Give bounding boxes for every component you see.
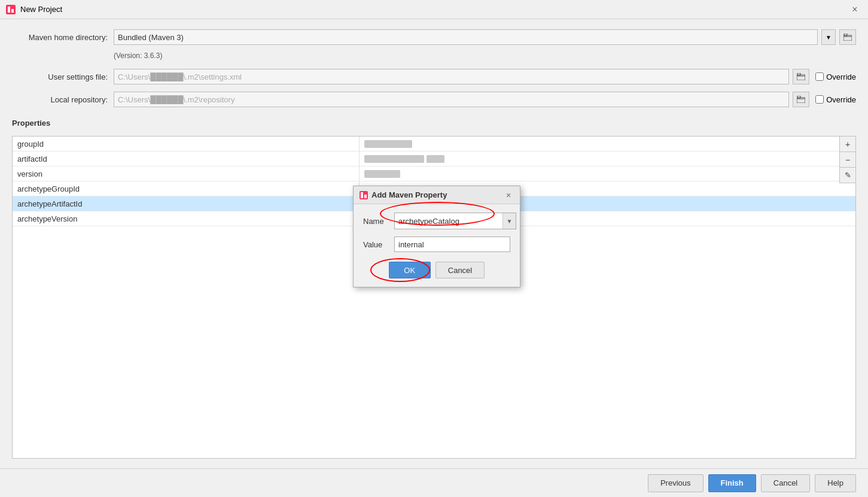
svg-rect-4 <box>844 34 847 36</box>
svg-rect-0 <box>6 5 16 14</box>
user-settings-input[interactable] <box>114 69 789 84</box>
title-bar-left: New Project <box>6 5 62 14</box>
properties-section-title: Properties <box>12 119 856 128</box>
modal-name-input-wrapper: ▼ <box>394 213 516 229</box>
local-repo-browse-btn[interactable] <box>793 92 809 107</box>
user-settings-browse-btn[interactable] <box>793 69 809 84</box>
app-icon <box>6 5 16 14</box>
table-row[interactable]: groupId <box>13 137 855 151</box>
modal-title-left: Add Maven Property <box>360 190 447 199</box>
window-title: New Project <box>20 5 62 14</box>
user-settings-override-checkbox[interactable] <box>815 72 824 81</box>
modal-cancel-button[interactable]: Cancel <box>435 262 485 278</box>
modal-title-bar: Add Maven Property × <box>354 186 520 204</box>
local-repo-override-label: Override <box>826 95 856 104</box>
svg-rect-11 <box>364 195 367 198</box>
local-repo-override-checkbox[interactable] <box>815 95 824 104</box>
modal-body: Name ▼ Value OK Cancel <box>354 204 520 287</box>
svg-rect-6 <box>797 73 800 75</box>
modal-value-label: Value <box>363 240 389 249</box>
local-repo-override-wrapper: Override <box>815 95 856 104</box>
window-close-button[interactable]: × <box>848 2 862 17</box>
table-cell-key: archetypeArtifactId <box>13 196 360 211</box>
help-button[interactable]: Help <box>815 474 856 492</box>
maven-home-dropdown-btn[interactable]: ▼ <box>821 29 836 45</box>
add-maven-property-modal: Add Maven Property × Name ▼ Value OK <box>353 186 520 287</box>
bottom-bar: Previous Finish Cancel Help <box>0 468 868 497</box>
title-bar: New Project × <box>0 0 868 19</box>
table-row[interactable]: artifactId <box>13 151 855 166</box>
table-cell-key: artifactId <box>13 151 360 166</box>
table-add-button[interactable]: + <box>840 137 855 152</box>
table-cell-value <box>360 151 855 166</box>
maven-home-input[interactable] <box>114 29 818 45</box>
user-settings-override-label: Override <box>826 72 856 81</box>
modal-name-label: Name <box>363 217 389 226</box>
local-repo-input-wrapper <box>114 92 809 107</box>
modal-name-dropdown-btn[interactable]: ▼ <box>502 213 516 229</box>
table-cell-value <box>360 137 855 151</box>
table-body: groupId artifactId version <box>13 137 855 458</box>
table-remove-button[interactable]: − <box>840 152 855 168</box>
user-settings-label: User settings file: <box>12 72 108 81</box>
table-cell-value <box>360 166 855 181</box>
properties-table: groupId artifactId version <box>12 136 856 459</box>
modal-buttons: OK Cancel <box>363 262 510 278</box>
modal-name-row: Name ▼ <box>363 213 510 229</box>
modal-name-input[interactable] <box>395 213 502 229</box>
maven-home-browse-btn[interactable] <box>839 29 856 45</box>
local-repo-input[interactable] <box>114 92 789 107</box>
svg-rect-2 <box>11 9 14 13</box>
cancel-button[interactable]: Cancel <box>761 474 810 492</box>
previous-button[interactable]: Previous <box>648 474 703 492</box>
local-repo-label: Local repository: <box>12 95 108 104</box>
modal-close-button[interactable]: × <box>503 190 514 201</box>
table-cell-key: archetypeVersion <box>13 211 360 226</box>
modal-title-text: Add Maven Property <box>371 190 447 199</box>
local-repo-row: Local repository: Override <box>12 91 856 108</box>
table-cell-key: version <box>13 166 360 181</box>
maven-version-text: (Version: 3.6.3) <box>114 51 856 60</box>
svg-rect-1 <box>8 7 10 13</box>
finish-button[interactable]: Finish <box>708 474 756 492</box>
table-cell-key: archetypeGroupId <box>13 181 360 196</box>
maven-home-input-wrapper: ▼ <box>114 29 856 45</box>
table-edit-button[interactable]: ✎ <box>840 168 855 183</box>
svg-rect-10 <box>361 192 363 198</box>
modal-app-icon <box>360 191 368 199</box>
table-sidebar-buttons: + − ✎ <box>839 137 855 183</box>
modal-value-input[interactable] <box>394 237 510 252</box>
maven-home-row: Maven home directory: ▼ <box>12 29 856 46</box>
maven-home-label: Maven home directory: <box>12 33 108 42</box>
user-settings-row: User settings file: Override <box>12 68 856 85</box>
table-cell-key: groupId <box>13 137 360 151</box>
user-settings-override-wrapper: Override <box>815 72 856 81</box>
modal-ok-button[interactable]: OK <box>389 262 431 278</box>
user-settings-input-wrapper <box>114 69 809 84</box>
table-row[interactable]: version <box>13 166 855 181</box>
modal-value-row: Value <box>363 237 510 252</box>
